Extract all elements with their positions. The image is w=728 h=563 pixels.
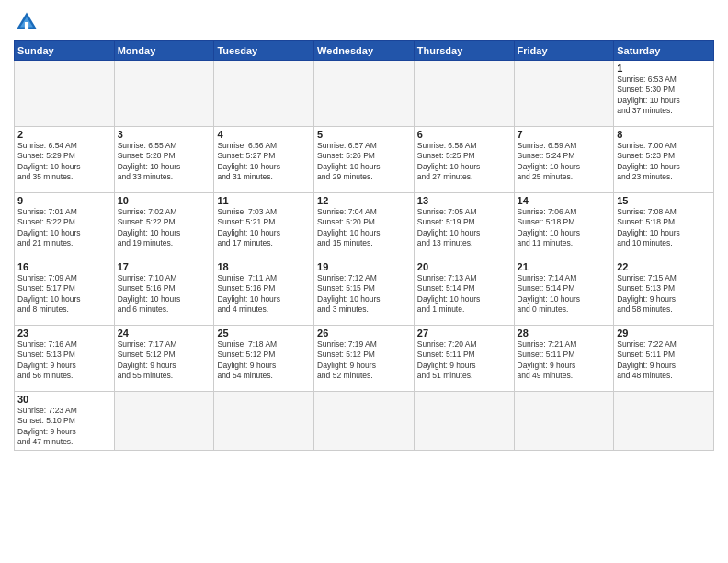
- table-row: 10Sunrise: 7:02 AM Sunset: 5:22 PM Dayli…: [114, 193, 214, 259]
- col-sunday: Sunday: [15, 41, 115, 61]
- day-number: 25: [217, 327, 311, 339]
- calendar-row: 1Sunrise: 6:53 AM Sunset: 5:30 PM Daylig…: [15, 61, 714, 127]
- day-info: Sunrise: 7:23 AM Sunset: 5:10 PM Dayligh…: [17, 406, 111, 448]
- table-row: 25Sunrise: 7:18 AM Sunset: 5:12 PM Dayli…: [214, 326, 314, 392]
- col-tuesday: Tuesday: [214, 41, 314, 61]
- col-saturday: Saturday: [614, 41, 714, 61]
- table-row: [414, 61, 514, 127]
- calendar-row: 23Sunrise: 7:16 AM Sunset: 5:13 PM Dayli…: [15, 326, 714, 392]
- day-info: Sunrise: 7:04 AM Sunset: 5:20 PM Dayligh…: [317, 207, 411, 249]
- day-info: Sunrise: 7:00 AM Sunset: 5:23 PM Dayligh…: [617, 141, 711, 183]
- calendar-row: 9Sunrise: 7:01 AM Sunset: 5:22 PM Daylig…: [15, 193, 714, 259]
- day-number: 18: [217, 261, 311, 272]
- day-info: Sunrise: 6:57 AM Sunset: 5:26 PM Dayligh…: [317, 141, 411, 183]
- day-number: 21: [518, 261, 611, 272]
- calendar-row: 2Sunrise: 6:54 AM Sunset: 5:29 PM Daylig…: [15, 127, 714, 193]
- day-number: 23: [17, 327, 111, 339]
- day-number: 15: [617, 195, 711, 206]
- calendar-row: 30Sunrise: 7:23 AM Sunset: 5:10 PM Dayli…: [15, 392, 714, 451]
- col-friday: Friday: [514, 41, 614, 61]
- day-info: Sunrise: 7:21 AM Sunset: 5:11 PM Dayligh…: [518, 339, 611, 382]
- day-info: Sunrise: 7:02 AM Sunset: 5:22 PM Dayligh…: [118, 207, 211, 249]
- day-info: Sunrise: 7:19 AM Sunset: 5:12 PM Dayligh…: [317, 339, 411, 382]
- svg-rect-2: [25, 22, 28, 29]
- table-row: 7Sunrise: 6:59 AM Sunset: 5:24 PM Daylig…: [514, 127, 614, 193]
- table-row: 20Sunrise: 7:13 AM Sunset: 5:14 PM Dayli…: [414, 259, 514, 326]
- day-info: Sunrise: 7:17 AM Sunset: 5:12 PM Dayligh…: [118, 339, 211, 382]
- day-info: Sunrise: 7:13 AM Sunset: 5:14 PM Dayligh…: [417, 273, 511, 316]
- table-row: 19Sunrise: 7:12 AM Sunset: 5:15 PM Dayli…: [314, 259, 415, 326]
- day-info: Sunrise: 6:55 AM Sunset: 5:28 PM Dayligh…: [118, 141, 211, 183]
- col-monday: Monday: [114, 41, 214, 61]
- day-number: 6: [417, 129, 511, 140]
- table-row: [214, 392, 314, 451]
- day-info: Sunrise: 7:08 AM Sunset: 5:18 PM Dayligh…: [617, 207, 711, 249]
- day-info: Sunrise: 7:16 AM Sunset: 5:13 PM Dayligh…: [17, 339, 111, 382]
- table-row: 24Sunrise: 7:17 AM Sunset: 5:12 PM Dayli…: [114, 326, 214, 392]
- day-number: 12: [317, 195, 411, 206]
- calendar-row: 16Sunrise: 7:09 AM Sunset: 5:17 PM Dayli…: [15, 259, 714, 326]
- table-row: [314, 392, 415, 451]
- table-row: 23Sunrise: 7:16 AM Sunset: 5:13 PM Dayli…: [15, 326, 115, 392]
- day-number: 9: [17, 195, 111, 206]
- table-row: 13Sunrise: 7:05 AM Sunset: 5:19 PM Dayli…: [414, 193, 514, 259]
- day-info: Sunrise: 6:53 AM Sunset: 5:30 PM Dayligh…: [617, 75, 711, 117]
- calendar: Sunday Monday Tuesday Wednesday Thursday…: [14, 40, 714, 451]
- day-number: 13: [417, 195, 511, 206]
- day-number: 8: [617, 129, 711, 140]
- day-info: Sunrise: 7:15 AM Sunset: 5:13 PM Dayligh…: [617, 273, 711, 316]
- table-row: 5Sunrise: 6:57 AM Sunset: 5:26 PM Daylig…: [314, 127, 415, 193]
- day-number: 11: [217, 195, 311, 206]
- table-row: 2Sunrise: 6:54 AM Sunset: 5:29 PM Daylig…: [15, 127, 115, 193]
- table-row: 17Sunrise: 7:10 AM Sunset: 5:16 PM Dayli…: [114, 259, 214, 326]
- table-row: 11Sunrise: 7:03 AM Sunset: 5:21 PM Dayli…: [214, 193, 314, 259]
- table-row: 30Sunrise: 7:23 AM Sunset: 5:10 PM Dayli…: [15, 392, 115, 451]
- day-info: Sunrise: 7:14 AM Sunset: 5:14 PM Dayligh…: [518, 273, 611, 316]
- day-info: Sunrise: 6:54 AM Sunset: 5:29 PM Dayligh…: [17, 141, 111, 183]
- table-row: [514, 61, 614, 127]
- day-number: 3: [118, 129, 211, 140]
- table-row: 16Sunrise: 7:09 AM Sunset: 5:17 PM Dayli…: [15, 259, 115, 326]
- table-row: 21Sunrise: 7:14 AM Sunset: 5:14 PM Dayli…: [514, 259, 614, 326]
- table-row: 14Sunrise: 7:06 AM Sunset: 5:18 PM Dayli…: [514, 193, 614, 259]
- day-info: Sunrise: 7:10 AM Sunset: 5:16 PM Dayligh…: [118, 273, 211, 316]
- table-row: [414, 392, 514, 451]
- day-info: Sunrise: 7:20 AM Sunset: 5:11 PM Dayligh…: [417, 339, 511, 382]
- day-number: 26: [317, 327, 411, 339]
- day-info: Sunrise: 7:03 AM Sunset: 5:21 PM Dayligh…: [217, 207, 311, 249]
- table-row: 12Sunrise: 7:04 AM Sunset: 5:20 PM Dayli…: [314, 193, 415, 259]
- table-row: 29Sunrise: 7:22 AM Sunset: 5:11 PM Dayli…: [614, 326, 714, 392]
- day-info: Sunrise: 7:06 AM Sunset: 5:18 PM Dayligh…: [518, 207, 611, 249]
- day-number: 7: [518, 129, 611, 140]
- day-number: 14: [518, 195, 611, 206]
- day-number: 20: [417, 261, 511, 272]
- table-row: 9Sunrise: 7:01 AM Sunset: 5:22 PM Daylig…: [15, 193, 115, 259]
- day-number: 28: [518, 327, 611, 339]
- day-info: Sunrise: 7:09 AM Sunset: 5:17 PM Dayligh…: [17, 273, 111, 316]
- table-row: 28Sunrise: 7:21 AM Sunset: 5:11 PM Dayli…: [514, 326, 614, 392]
- day-number: 22: [617, 261, 711, 272]
- table-row: 18Sunrise: 7:11 AM Sunset: 5:16 PM Dayli…: [214, 259, 314, 326]
- col-thursday: Thursday: [414, 41, 514, 61]
- table-row: [114, 61, 214, 127]
- logo-icon: [14, 9, 40, 35]
- table-row: [15, 61, 115, 127]
- day-number: 17: [118, 261, 211, 272]
- day-info: Sunrise: 7:01 AM Sunset: 5:22 PM Dayligh…: [17, 207, 111, 249]
- day-info: Sunrise: 6:58 AM Sunset: 5:25 PM Dayligh…: [417, 141, 511, 183]
- table-row: 4Sunrise: 6:56 AM Sunset: 5:27 PM Daylig…: [214, 127, 314, 193]
- table-row: 27Sunrise: 7:20 AM Sunset: 5:11 PM Dayli…: [414, 326, 514, 392]
- day-info: Sunrise: 7:18 AM Sunset: 5:12 PM Dayligh…: [217, 339, 311, 382]
- table-row: 6Sunrise: 6:58 AM Sunset: 5:25 PM Daylig…: [414, 127, 514, 193]
- day-number: 2: [17, 129, 111, 140]
- day-number: 4: [217, 129, 311, 140]
- header: [14, 9, 714, 35]
- col-wednesday: Wednesday: [314, 41, 415, 61]
- day-number: 1: [617, 63, 711, 74]
- table-row: 26Sunrise: 7:19 AM Sunset: 5:12 PM Dayli…: [314, 326, 415, 392]
- table-row: [514, 392, 614, 451]
- day-number: 29: [617, 327, 711, 339]
- page: Sunday Monday Tuesday Wednesday Thursday…: [0, 0, 728, 563]
- table-row: [114, 392, 214, 451]
- day-info: Sunrise: 7:22 AM Sunset: 5:11 PM Dayligh…: [617, 339, 711, 382]
